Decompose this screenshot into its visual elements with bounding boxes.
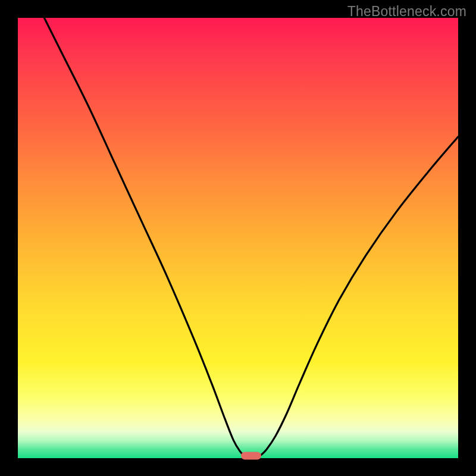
chart-frame: TheBottleneck.com (0, 0, 476, 476)
watermark-text: TheBottleneck.com (347, 4, 466, 20)
curve-svg (18, 18, 458, 458)
left-branch-curve (44, 18, 245, 456)
right-branch-curve (260, 137, 458, 456)
minimum-marker (241, 452, 261, 459)
plot-area (18, 18, 458, 458)
